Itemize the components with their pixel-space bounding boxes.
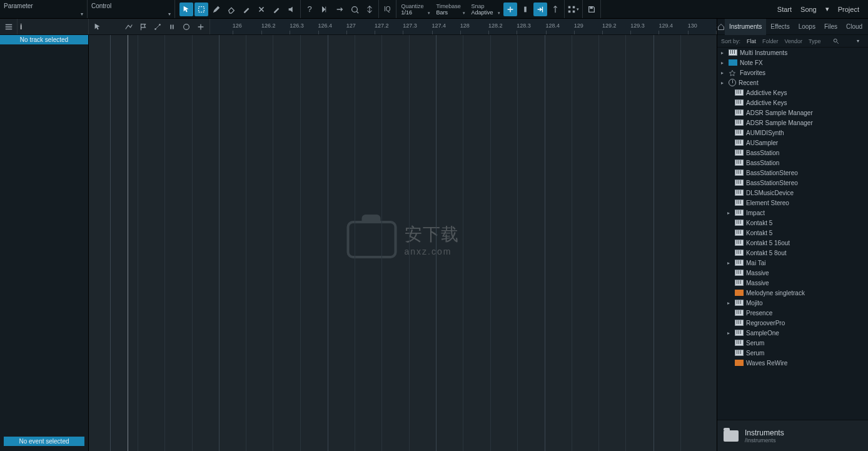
- browser-tree[interactable]: ▸Multi Instruments▸Note FX▸Favorites▸Rec…: [717, 48, 868, 420]
- menu-project[interactable]: Project: [838, 6, 859, 13]
- tree-item[interactable]: Kontakt 5 8out: [717, 248, 868, 258]
- home-icon[interactable]: [717, 23, 725, 31]
- tree-item[interactable]: ▸Recent: [717, 78, 868, 88]
- auto-link-tool[interactable]: [166, 21, 178, 33]
- tree-item[interactable]: BassStationStereo: [717, 168, 868, 178]
- tree-item[interactable]: ▸Favorites: [717, 68, 868, 78]
- chevron-down-icon[interactable]: ▾: [852, 38, 864, 44]
- sort-opt-folder[interactable]: Folder: [762, 38, 779, 44]
- tree-item[interactable]: Waves ReWire: [717, 358, 868, 368]
- tree-item[interactable]: Kontakt 5: [717, 228, 868, 238]
- tree-item[interactable]: BassStation: [717, 158, 868, 168]
- snap-btn-2[interactable]: [518, 3, 532, 16]
- browser-tab-loops[interactable]: Loops: [794, 19, 820, 35]
- tree-item[interactable]: ▸Impact: [717, 208, 868, 218]
- tree-item[interactable]: Kontakt 5 16out: [717, 238, 868, 248]
- action-1[interactable]: [318, 3, 331, 16]
- expand-arrow-icon[interactable]: ▸: [727, 210, 732, 216]
- tree-item[interactable]: Massive: [717, 268, 868, 278]
- timebase-selector[interactable]: Timebase Bars ▾: [431, 0, 467, 18]
- tree-item[interactable]: ADSR Sample Manager: [717, 108, 868, 118]
- browser-tab-effects[interactable]: Effects: [766, 19, 794, 35]
- tree-item[interactable]: ADSR Sample Manager: [717, 118, 868, 128]
- search-icon[interactable]: [830, 38, 842, 44]
- tree-item[interactable]: ▸Mojito: [717, 298, 868, 308]
- snap-btn-4[interactable]: [548, 3, 562, 16]
- mute-tool[interactable]: [255, 3, 268, 16]
- tree-item[interactable]: Addictive Keys: [717, 88, 868, 98]
- tree-item[interactable]: AUMIDISynth: [717, 128, 868, 138]
- tree-item[interactable]: Melodyne singletrack: [717, 288, 868, 298]
- info-button[interactable]: i: [18, 19, 89, 34]
- sort-opt-vendor[interactable]: Vendor: [785, 38, 803, 44]
- auto-line-tool[interactable]: [123, 21, 134, 33]
- tree-item[interactable]: ▸Mai Tai: [717, 258, 868, 268]
- snap-btn-3[interactable]: [533, 3, 547, 16]
- tree-item[interactable]: Element Stereo: [717, 198, 868, 208]
- tree-item[interactable]: DLSMusicDevice: [717, 188, 868, 198]
- menu-start[interactable]: Start: [777, 6, 792, 13]
- action-2[interactable]: [333, 3, 346, 16]
- auto-plus-tool[interactable]: [195, 21, 206, 33]
- expand-arrow-icon[interactable]: ▸: [721, 60, 726, 66]
- chevron-down-icon[interactable]: ▾: [825, 5, 829, 13]
- keys-icon: [735, 200, 744, 206]
- iq-label[interactable]: IQ: [380, 6, 395, 13]
- expand-arrow-icon[interactable]: ▸: [721, 80, 726, 86]
- expand-arrow-icon[interactable]: ▸: [727, 300, 732, 306]
- parameter-box[interactable]: Parameter ▾: [0, 0, 88, 18]
- tree-item[interactable]: Serum: [717, 348, 868, 358]
- tree-item[interactable]: Addictive Keys: [717, 98, 868, 108]
- action-3[interactable]: [348, 3, 361, 16]
- tree-item[interactable]: Presence: [717, 308, 868, 318]
- tree-item[interactable]: BassStation: [717, 148, 868, 158]
- paint-tool[interactable]: [240, 3, 253, 16]
- tree-item[interactable]: ▸SampleOne: [717, 328, 868, 338]
- svg-point-12: [834, 39, 837, 42]
- hamburger-icon[interactable]: [0, 19, 18, 34]
- range-tool[interactable]: [194, 3, 208, 16]
- browser-tab-cloud[interactable]: Cloud: [842, 19, 867, 35]
- tree-item[interactable]: ▸Multi Instruments: [717, 48, 868, 58]
- expand-arrow-icon[interactable]: ▸: [727, 260, 732, 266]
- auto-arrow-tool[interactable]: [92, 21, 103, 33]
- tree-item-label: Favorites: [740, 69, 765, 76]
- knife-tool[interactable]: [270, 3, 283, 16]
- expand-arrow-icon[interactable]: ▸: [727, 330, 732, 336]
- arrow-tool[interactable]: [179, 3, 193, 16]
- auto-flag-tool[interactable]: [138, 21, 149, 33]
- tree-item-label: Mai Tai: [746, 260, 766, 266]
- auto-transform-tool[interactable]: [152, 21, 163, 33]
- expand-arrow-icon[interactable]: ▸: [721, 70, 726, 76]
- auto-circle-tool[interactable]: [181, 21, 192, 33]
- eraser-tool[interactable]: [225, 3, 238, 16]
- menu-song[interactable]: Song: [800, 6, 817, 13]
- sort-opt-flat[interactable]: Flat: [747, 38, 756, 44]
- tree-item[interactable]: Kontakt 5: [717, 218, 868, 228]
- tree-item[interactable]: RegrooverPro: [717, 318, 868, 328]
- listen-tool[interactable]: [285, 3, 298, 16]
- snap-btn-1[interactable]: [503, 3, 517, 16]
- tree-item[interactable]: Massive: [717, 278, 868, 288]
- browser-tab-instruments[interactable]: Instruments: [725, 19, 766, 35]
- quantize-selector[interactable]: Quantize 1/16 ▾: [396, 0, 431, 18]
- tree-item[interactable]: Serum: [717, 338, 868, 348]
- control-box[interactable]: Control ▾: [88, 0, 175, 18]
- tree-item[interactable]: BassStationStereo: [717, 178, 868, 188]
- arrange-area[interactable]: 安下载 anxz.com: [89, 35, 717, 451]
- tree-item[interactable]: AUSampler: [717, 138, 868, 148]
- grid-view-icon[interactable]: ▾: [567, 3, 580, 16]
- help-icon[interactable]: ?: [303, 3, 316, 16]
- snap-selector[interactable]: Snap Adaptive ▾: [467, 0, 502, 18]
- sort-opt-type[interactable]: Type: [809, 38, 821, 44]
- action-4[interactable]: [363, 3, 376, 16]
- tree-item-label: AUMIDISynth: [746, 129, 784, 136]
- tree-item[interactable]: ▸Note FX: [717, 58, 868, 68]
- pencil-tool[interactable]: [209, 3, 223, 16]
- save-icon[interactable]: [585, 3, 598, 16]
- tree-item-label: BassStation: [746, 149, 779, 156]
- automation-tools: [89, 19, 210, 34]
- expand-arrow-icon[interactable]: ▸: [721, 50, 726, 56]
- playhead[interactable]: [128, 35, 128, 451]
- browser-tab-files[interactable]: Files: [820, 19, 842, 35]
